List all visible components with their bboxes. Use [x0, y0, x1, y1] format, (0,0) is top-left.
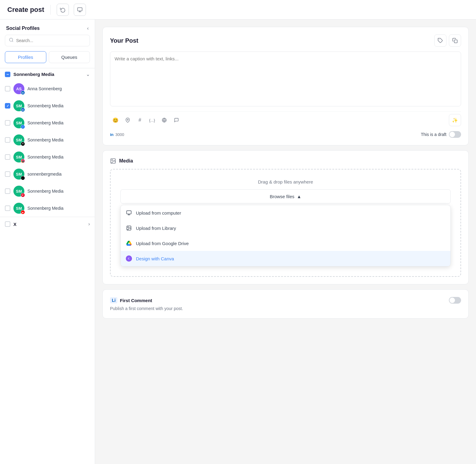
first-comment-card: Li First Comment Publish a first comment…	[102, 289, 469, 319]
media-title: Media	[119, 158, 133, 164]
profile-item[interactable]: AS in Anna Sonnenberg	[0, 80, 95, 97]
youtube-badge-7: ▶	[21, 210, 25, 214]
main-layout: Social Profiles ‹ Profiles Queues Sonnen…	[0, 20, 476, 464]
upload-library-item[interactable]: Upload from Library	[121, 220, 450, 236]
undo-button[interactable]	[57, 4, 69, 16]
profile-item[interactable]: SM ♪ sonnenbergmedia	[0, 166, 95, 183]
svg-rect-6	[454, 40, 457, 43]
linkedin-badge-0: in	[21, 91, 25, 95]
facebook-badge-2: f	[21, 125, 25, 129]
tiktok-badge-5: ♪	[21, 176, 25, 180]
drop-zone[interactable]: Drag & drop files anywhere Browse files …	[110, 169, 461, 277]
canva-icon: C	[126, 255, 132, 262]
avatar-0: AS in	[13, 83, 24, 94]
profile-checkbox-2[interactable]	[5, 120, 10, 126]
location-button[interactable]	[122, 115, 133, 126]
linkedin-icon: in	[110, 132, 114, 137]
variables-button[interactable]: {...}	[147, 115, 158, 126]
sidebar-header: Social Profiles ‹	[0, 20, 95, 35]
first-comment-description: Publish a first comment with your post.	[110, 306, 461, 311]
sidebar: Social Profiles ‹ Profiles Queues Sonnen…	[0, 20, 95, 464]
avatar-6: SM P	[13, 186, 24, 197]
design-canva-label: Design with Canva	[136, 256, 174, 261]
char-count-value: 3000	[115, 132, 124, 137]
svg-point-7	[127, 119, 128, 120]
instagram-badge-4: 📷	[21, 159, 25, 163]
tab-queues[interactable]: Queues	[49, 51, 90, 63]
profile-item[interactable]: SM 📷 Sonnenberg Media	[0, 148, 95, 166]
avatar-2: SM f	[13, 117, 24, 128]
draft-row: This is a draft	[421, 131, 461, 138]
profile-item[interactable]: SM ✕ Sonnenberg Media	[0, 131, 95, 148]
header-divider	[50, 5, 51, 15]
google-drive-icon	[126, 240, 132, 247]
group-checkbox[interactable]	[5, 72, 10, 77]
profile-checkbox-6[interactable]	[5, 188, 10, 194]
profile-name-6: Sonnenberg Media	[27, 189, 90, 194]
linkedin-label: Li	[110, 297, 117, 303]
profile-item[interactable]: SM f Sonnenberg Media	[0, 114, 95, 131]
upload-computer-label: Upload from computer	[136, 210, 181, 216]
profile-checkbox-7[interactable]	[5, 205, 10, 211]
ai-button[interactable]: ✨	[449, 114, 461, 126]
profile-checkbox-0[interactable]	[5, 86, 10, 91]
profile-checkbox-1[interactable]	[5, 103, 10, 109]
x-row: X ›	[0, 217, 95, 231]
emoji-button[interactable]: 😊	[110, 115, 121, 126]
twitter-badge-3: ✕	[21, 142, 25, 146]
avatar-7: SM ▶	[13, 203, 24, 214]
profile-checkbox-5[interactable]	[5, 171, 10, 177]
profile-name-7: Sonnenberg Media	[27, 206, 90, 211]
upload-google-drive-label: Upload from Google Drive	[136, 241, 189, 246]
browse-label: Browse files	[270, 194, 294, 199]
pinterest-badge-6: P	[21, 193, 25, 197]
avatar-1: SM in	[13, 100, 24, 111]
monitor-icon	[126, 209, 132, 216]
group-name: Sonnenberg Media	[13, 72, 83, 77]
profile-checkbox-3[interactable]	[5, 137, 10, 143]
search-input[interactable]	[16, 38, 86, 43]
profile-checkbox-4[interactable]	[5, 154, 10, 160]
globe-button[interactable]	[159, 115, 170, 126]
comment-button[interactable]	[171, 115, 182, 126]
profile-name-3: Sonnenberg Media	[27, 137, 90, 142]
design-canva-item[interactable]: C Design with Canva	[121, 251, 450, 266]
group-header: Sonnenberg Media ⌄	[0, 68, 95, 80]
group-chevron-icon[interactable]: ⌄	[86, 71, 90, 77]
copy-button[interactable]	[449, 34, 461, 47]
draft-toggle[interactable]	[449, 131, 461, 138]
first-comment-title: First Comment	[120, 298, 152, 303]
profile-item[interactable]: SM ▶ Sonnenberg Media	[0, 200, 95, 217]
browse-arrow-icon: ▲	[297, 194, 301, 199]
x-label: X	[13, 222, 85, 227]
upload-google-drive-item[interactable]: Upload from Google Drive	[121, 236, 450, 251]
x-chevron-icon[interactable]: ›	[88, 221, 90, 227]
profile-item[interactable]: SM P Sonnenberg Media	[0, 183, 95, 200]
first-comment-header: Li First Comment	[110, 297, 461, 304]
avatar-3: SM ✕	[13, 134, 24, 145]
upload-computer-item[interactable]: Upload from computer	[121, 205, 450, 220]
svg-rect-12	[127, 211, 131, 214]
post-toolbar: 😊 # {...} ✨	[110, 111, 461, 129]
sidebar-title: Social Profiles	[6, 26, 40, 31]
tab-profiles[interactable]: Profiles	[5, 51, 46, 63]
svg-line-4	[12, 41, 13, 42]
svg-point-3	[9, 38, 13, 41]
tag-button[interactable]	[434, 34, 446, 47]
caption-input[interactable]	[110, 52, 461, 106]
media-card: Media Drag & drop files anywhere Browse …	[102, 150, 469, 284]
collapse-button[interactable]: ‹	[87, 26, 89, 31]
content-area: Your Post	[95, 20, 476, 464]
svg-text:C: C	[128, 257, 130, 260]
redo-button[interactable]	[74, 4, 86, 16]
hashtag-button[interactable]: #	[134, 115, 145, 126]
browse-files-button[interactable]: Browse files ▲	[120, 189, 451, 204]
profile-item[interactable]: SM in Sonnenberg Media	[0, 97, 95, 114]
x-checkbox[interactable]	[5, 221, 10, 227]
post-card: Your Post	[102, 27, 469, 145]
profile-name-2: Sonnenberg Media	[27, 120, 90, 125]
first-comment-toggle[interactable]	[449, 297, 461, 304]
first-comment-title-row: Li First Comment	[110, 297, 152, 303]
browse-dropdown: Upload from computer Upload from Library	[120, 205, 451, 266]
post-header: Your Post	[110, 34, 461, 47]
